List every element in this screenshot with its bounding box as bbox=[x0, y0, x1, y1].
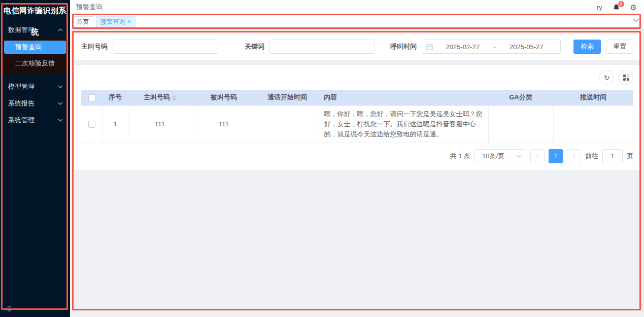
navbar-right: ry 0 ⚙ bbox=[597, 4, 637, 11]
page-unit-label: 页 bbox=[627, 152, 633, 161]
caller-number-input[interactable] bbox=[113, 40, 218, 54]
pagination: 共 1 条 10条/页 ‹ 1 › 前往 页 bbox=[81, 149, 633, 163]
table-header-row: 序号 主叫号码 被叫号码 通话开始时间 内容 GA分类 推送时间 bbox=[81, 90, 633, 105]
sidebar-item-system-report[interactable]: 系统报告 bbox=[0, 95, 70, 112]
page-number-1[interactable]: 1 bbox=[549, 149, 563, 163]
table-toolbar: ↻ bbox=[81, 70, 633, 85]
notification-badge: 0 bbox=[618, 1, 625, 8]
sidebar-item-label: 模型管理 bbox=[8, 82, 35, 91]
select-all-checkbox[interactable] bbox=[88, 94, 95, 101]
chevron-down-icon bbox=[633, 18, 639, 22]
notifications-button[interactable]: 0 bbox=[613, 4, 620, 11]
sidebar-item-alert-query[interactable]: 预警查询 bbox=[4, 41, 66, 54]
call-time-range-picker[interactable]: 2025-02-27 - 2025-05-27 bbox=[422, 40, 561, 54]
column-header-ga-class: GA分类 bbox=[488, 90, 553, 105]
chevron-down-icon bbox=[58, 119, 63, 122]
date-separator: - bbox=[492, 43, 496, 51]
page-content: 主叫号码 关键词 呼叫时间 2025-02-27 - 2025-05-27 bbox=[70, 29, 644, 317]
sidebar-item-label: 预警查询 bbox=[15, 43, 42, 51]
form-buttons: 检索 重置 bbox=[573, 40, 633, 54]
collapse-sidebar-icon[interactable] bbox=[5, 306, 12, 312]
sidebar-item-model-management[interactable]: 模型管理 bbox=[0, 78, 70, 95]
caller-number-label: 主叫号码 bbox=[81, 42, 108, 51]
column-header-start-time: 通话开始时间 bbox=[256, 90, 319, 105]
keyword-label: 关键词 bbox=[245, 42, 264, 51]
sidebar-item-label: 数据管理 bbox=[8, 25, 35, 34]
cell-index: 1 bbox=[103, 105, 128, 143]
next-page-button[interactable]: › bbox=[567, 149, 581, 163]
tags-view-bar: 首页 预警查询 × bbox=[70, 14, 644, 29]
page-size-select[interactable]: 10条/页 bbox=[474, 149, 526, 163]
call-time-label: 呼叫时间 bbox=[390, 42, 417, 51]
app-title: 电信网诈骗识别系统 bbox=[0, 0, 70, 21]
chevron-down-icon bbox=[58, 102, 63, 105]
chevron-down-icon bbox=[58, 85, 63, 88]
reset-button[interactable]: 重置 bbox=[606, 40, 633, 54]
sidebar-item-label: 二次核验反馈 bbox=[15, 59, 55, 67]
close-icon[interactable]: × bbox=[127, 17, 131, 27]
cell-content: 喂，你好，喂，您好，请问一下您是吴远吴女士吗？您好，女士，打扰您一下。我们这边呢… bbox=[319, 105, 488, 143]
sidebar-item-label: 系统管理 bbox=[8, 116, 35, 125]
refresh-button[interactable]: ↻ bbox=[599, 70, 614, 85]
cell-ga-class bbox=[488, 105, 553, 143]
tab-home[interactable]: 首页 bbox=[72, 16, 93, 27]
column-settings-button[interactable] bbox=[619, 70, 633, 85]
app-root: 电信网诈骗识别系统 数据管理 预警查询 二次核验反馈 模型管理 系统报告 系统管… bbox=[0, 0, 644, 317]
results-table: 序号 主叫号码 被叫号码 通话开始时间 内容 GA分类 推送时间 bbox=[81, 90, 633, 143]
search-form: 主叫号码 关键词 呼叫时间 2025-02-27 - 2025-05-27 bbox=[74, 33, 641, 60]
chevron-up-icon bbox=[58, 28, 63, 31]
tab-label: 预警查询 bbox=[100, 17, 125, 27]
row-checkbox[interactable] bbox=[88, 121, 95, 128]
cell-push-time bbox=[553, 105, 633, 143]
chevron-down-icon bbox=[517, 155, 522, 158]
table-row[interactable]: 1 111 111 喂，你好，喂，您好，请问一下您是吴远吴女士吗？您好，女士，打… bbox=[81, 105, 633, 143]
column-header-index: 序号 bbox=[103, 90, 128, 105]
calendar-icon bbox=[426, 44, 433, 50]
tabbar-menu-button[interactable] bbox=[633, 18, 639, 22]
top-navbar: 预警查询 ry 0 ⚙ bbox=[70, 0, 644, 14]
column-header-callee: 被叫号码 bbox=[192, 90, 256, 105]
tab-alert-query[interactable]: 预警查询 × bbox=[96, 16, 135, 27]
column-header-content: 内容 bbox=[319, 90, 488, 105]
goto-label: 前往 bbox=[585, 152, 598, 161]
tab-label: 首页 bbox=[77, 17, 89, 27]
cell-callee: 111 bbox=[192, 105, 256, 143]
start-date[interactable]: 2025-02-27 bbox=[433, 43, 492, 51]
main-area: 预警查询 ry 0 ⚙ 首页 预警查询 × bbox=[70, 0, 644, 317]
sidebar-submenu-data-management: 预警查询 二次核验反馈 bbox=[0, 38, 70, 74]
total-count: 共 1 条 bbox=[450, 152, 470, 161]
search-button[interactable]: 检索 bbox=[573, 40, 601, 54]
sidebar-item-secondary-check-feedback[interactable]: 二次核验反馈 bbox=[0, 56, 70, 71]
sort-icon[interactable] bbox=[172, 95, 176, 101]
sidebar-item-system-management[interactable]: 系统管理 bbox=[0, 112, 70, 128]
column-header-push-time: 推送时间 bbox=[553, 90, 633, 105]
column-header-caller[interactable]: 主叫号码 bbox=[128, 90, 192, 105]
refresh-icon: ↻ bbox=[604, 74, 610, 82]
cell-caller: 111 bbox=[128, 105, 192, 143]
cell-start-time bbox=[256, 105, 319, 143]
gear-icon[interactable]: ⚙ bbox=[630, 4, 637, 11]
sidebar-footer bbox=[0, 304, 70, 314]
breadcrumb: 预警查询 bbox=[76, 3, 103, 12]
keyword-input[interactable] bbox=[269, 40, 375, 54]
sidebar-item-label: 系统报告 bbox=[8, 99, 35, 108]
sidebar: 电信网诈骗识别系统 数据管理 预警查询 二次核验反馈 模型管理 系统报告 系统管… bbox=[0, 0, 70, 317]
prev-page-button[interactable]: ‹ bbox=[530, 149, 545, 163]
table-card: ↻ 序号 主叫号码 bbox=[74, 64, 641, 171]
sidebar-item-data-management[interactable]: 数据管理 bbox=[0, 21, 70, 38]
grid-icon bbox=[623, 75, 629, 81]
end-date[interactable]: 2025-05-27 bbox=[497, 43, 556, 51]
username[interactable]: ry bbox=[597, 4, 602, 11]
goto-page-input[interactable] bbox=[602, 149, 623, 163]
